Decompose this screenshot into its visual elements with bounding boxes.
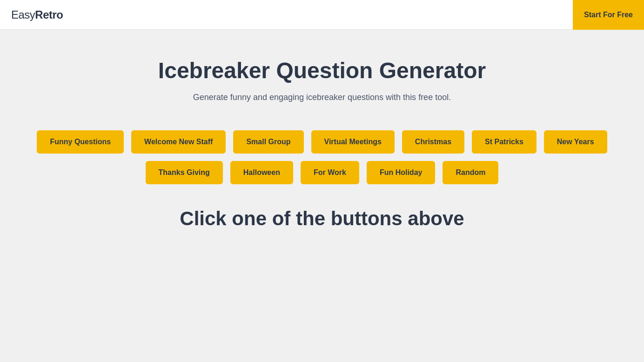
buttons-container: Funny QuestionsWelcome New StaffSmall Gr…	[37, 130, 607, 184]
category-button-funny-questions[interactable]: Funny Questions	[37, 130, 124, 154]
main-content: Icebreaker Question Generator Generate f…	[0, 30, 644, 248]
cta-text: Click one of the buttons above	[180, 208, 464, 230]
category-button-for-work[interactable]: For Work	[301, 161, 359, 184]
button-row-2: Thanks GivingHalloweenFor WorkFun Holida…	[146, 161, 499, 184]
category-button-welcome-new-staff[interactable]: Welcome New Staff	[131, 130, 226, 154]
category-button-st-patricks[interactable]: St Patricks	[472, 130, 537, 154]
category-button-halloween[interactable]: Halloween	[230, 161, 293, 184]
category-button-virtual-meetings[interactable]: Virtual Meetings	[311, 130, 395, 154]
category-button-fun-holiday[interactable]: Fun Holiday	[367, 161, 436, 184]
page-subtitle: Generate funny and engaging icebreaker q…	[193, 93, 451, 102]
logo: EasyRetro	[11, 8, 63, 21]
button-row-1: Funny QuestionsWelcome New StaffSmall Gr…	[37, 130, 607, 154]
start-for-free-button[interactable]: Start For Free	[573, 0, 644, 30]
header: EasyRetro Start For Free	[0, 0, 644, 30]
category-button-christmas[interactable]: Christmas	[402, 130, 464, 154]
logo-easy: Easy	[11, 8, 35, 21]
page-title: Icebreaker Question Generator	[158, 58, 486, 83]
category-button-random[interactable]: Random	[443, 161, 498, 184]
category-button-new-years[interactable]: New Years	[544, 130, 607, 154]
category-button-small-group[interactable]: Small Group	[233, 130, 303, 154]
category-button-thanks-giving[interactable]: Thanks Giving	[146, 161, 223, 184]
logo-retro: Retro	[35, 8, 63, 21]
